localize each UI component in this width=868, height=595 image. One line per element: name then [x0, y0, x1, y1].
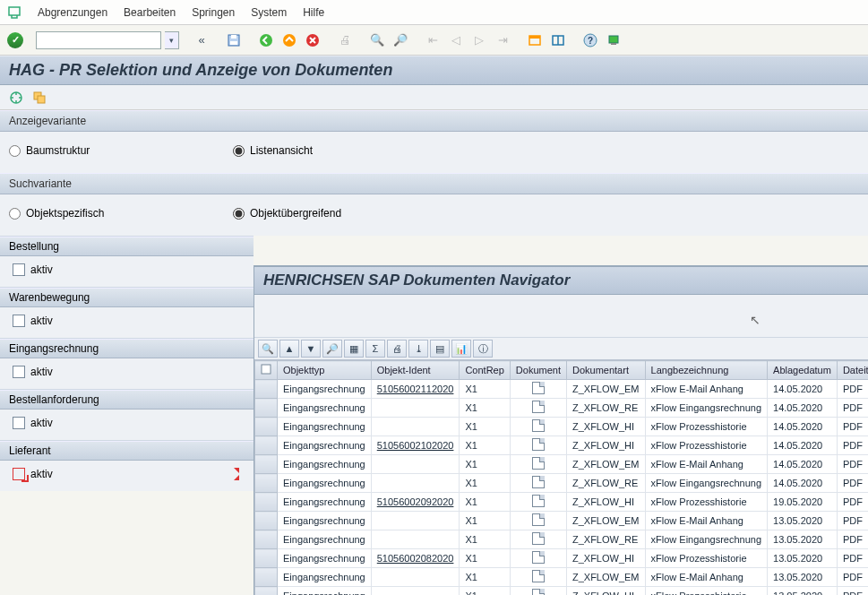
lieferant-aktiv-label: aktiv [30, 468, 53, 480]
svg-point-4 [260, 34, 272, 47]
menu-springen[interactable]: Springen [192, 6, 235, 19]
document-icon[interactable] [532, 457, 545, 470]
document-icon[interactable] [532, 495, 545, 507]
eingangsrechnung-header: Eingangsrechnung [0, 339, 254, 358]
grid-select-all[interactable] [255, 361, 278, 380]
document-icon[interactable] [532, 532, 545, 545]
warenbewegung-aktiv-checkbox[interactable] [13, 315, 25, 327]
col-dokumentart[interactable]: Dokumentart [566, 361, 645, 380]
col-objekt-ident[interactable]: Objekt-Ident [371, 361, 460, 380]
document-icon[interactable] [532, 476, 545, 488]
col-ablagedatum[interactable]: Ablagedatum [768, 361, 838, 380]
app-toolbar [0, 85, 868, 110]
document-icon[interactable] [532, 419, 545, 432]
document-icon[interactable] [532, 589, 545, 595]
lieferant-aktiv-checkbox[interactable] [13, 468, 25, 480]
nav-details-icon[interactable]: 🔍 [258, 340, 278, 358]
svg-rect-18 [262, 365, 271, 374]
lieferant-header: Lieferant [0, 441, 254, 461]
table-row[interactable]: Eingangsrechnung51056002102020X1Z_XFLOW_… [255, 436, 869, 455]
cancel-red-icon[interactable] [303, 30, 322, 50]
svg-rect-0 [9, 7, 20, 15]
menu-hilfe[interactable]: Hilfe [303, 6, 324, 19]
navigator-toolbar: 🔍 ▲ ▼ 🔎 ▦ Σ 🖨 ⤓ ▤ 📊 ⓘ [254, 338, 868, 360]
menu-bar: Abgrenzungen Bearbeiten Springen System … [0, 0, 868, 25]
radio-baumstruktur-input[interactable] [9, 145, 21, 157]
back-icon[interactable]: « [192, 30, 211, 50]
col-dateityp[interactable]: Dateityp [837, 361, 868, 380]
table-row[interactable]: EingangsrechnungX1Z_XFLOW_RExFlow Eingan… [255, 474, 869, 493]
table-row[interactable]: EingangsrechnungX1Z_XFLOW_EMxFlow E-Mail… [255, 455, 869, 474]
bestellung-aktiv-label: aktiv [30, 263, 53, 276]
execute-icon[interactable] [7, 89, 25, 107]
back-green-icon[interactable] [256, 30, 276, 50]
find-next-icon: 🔎 [391, 30, 410, 50]
prev-page-icon: ◁ [446, 30, 466, 50]
new-session-icon[interactable] [525, 30, 545, 50]
command-dropdown[interactable]: ▾ [165, 31, 179, 49]
customize-icon[interactable] [604, 30, 623, 50]
menu-bearbeiten[interactable]: Bearbeiten [124, 6, 176, 19]
nav-info-icon[interactable]: ⓘ [473, 340, 493, 358]
nav-graphic-icon[interactable]: 📊 [451, 340, 471, 358]
nav-layout-icon[interactable]: ▤ [430, 340, 450, 358]
nav-sum-icon[interactable]: Σ [365, 340, 385, 358]
eingangsrechnung-aktiv-checkbox[interactable] [13, 366, 25, 378]
svg-rect-3 [230, 41, 237, 45]
radio-objektspezifisch-input[interactable] [9, 208, 21, 220]
radio-baumstruktur[interactable]: Baumstruktur [9, 144, 206, 157]
bestellung-aktiv-checkbox[interactable] [13, 263, 25, 276]
nav-print-icon[interactable]: 🖨 [387, 340, 407, 358]
layout-icon[interactable] [548, 30, 568, 50]
save-icon[interactable] [224, 30, 244, 50]
menu-abgrenzungen[interactable]: Abgrenzungen [38, 6, 107, 19]
next-page-icon: ▷ [469, 30, 489, 50]
document-icon[interactable] [532, 401, 545, 413]
table-row[interactable]: EingangsrechnungX1Z_XFLOW_EMxFlow E-Mail… [255, 568, 869, 587]
nav-find-icon[interactable]: 🔎 [322, 340, 342, 358]
radio-objektuebergreifend[interactable]: Objektübergreifend [233, 207, 430, 220]
table-row[interactable]: EingangsrechnungX1Z_XFLOW_RExFlow Eingan… [255, 399, 869, 418]
nav-sort-desc-icon[interactable]: ▼ [301, 340, 321, 358]
col-langbezeichnung[interactable]: Langbezeichnung [645, 361, 768, 380]
warenbewegung-header: Warenbewegung [0, 288, 254, 307]
col-contrep[interactable]: ContRep [460, 361, 510, 380]
bestellanforderung-header: Bestellanforderung [0, 390, 254, 410]
suchvariante-header: Suchvariante [0, 173, 868, 194]
help-icon[interactable]: ? [580, 30, 600, 50]
nav-sort-asc-icon[interactable]: ▲ [279, 340, 299, 358]
nav-filter-icon[interactable]: ▦ [344, 340, 364, 358]
table-row[interactable]: EingangsrechnungX1Z_XFLOW_RExFlow Eingan… [255, 530, 869, 549]
radio-objektspezifisch[interactable]: Objektspezifisch [9, 207, 206, 220]
document-icon[interactable] [532, 382, 545, 394]
nav-export-icon[interactable]: ⤓ [408, 340, 428, 358]
variants-icon[interactable] [30, 89, 48, 107]
radio-listenansicht-input[interactable] [233, 145, 245, 157]
bestellanforderung-aktiv-checkbox[interactable] [13, 417, 25, 429]
command-field[interactable] [36, 31, 161, 49]
table-row[interactable]: Eingangsrechnung51056002112020X1Z_XFLOW_… [255, 380, 869, 399]
radio-objektuebergreifend-label: Objektübergreifend [250, 207, 341, 220]
radio-objektuebergreifend-input[interactable] [233, 208, 245, 220]
table-row[interactable]: EingangsrechnungX1Z_XFLOW_EMxFlow E-Mail… [255, 512, 869, 530]
table-row[interactable]: Eingangsrechnung51056002092020X1Z_XFLOW_… [255, 493, 869, 512]
navigator-grid[interactable]: Objekttyp Objekt-Ident ContRep Dokument … [254, 360, 868, 595]
col-objekttyp[interactable]: Objekttyp [278, 361, 372, 380]
radio-listenansicht[interactable]: Listenansicht [233, 144, 430, 157]
enter-button[interactable]: ✓ [7, 32, 23, 48]
bestellanforderung-aktiv-label: aktiv [30, 417, 53, 429]
document-icon[interactable] [532, 551, 545, 564]
menu-system[interactable]: System [251, 6, 287, 19]
document-icon[interactable] [532, 513, 545, 526]
col-dokument[interactable]: Dokument [510, 361, 566, 380]
svg-text:?: ? [588, 36, 593, 46]
document-icon[interactable] [532, 570, 545, 582]
up-orange-icon[interactable] [279, 30, 299, 50]
table-row[interactable]: EingangsrechnungX1Z_XFLOW_HIxFlow Prozes… [255, 418, 869, 436]
lieferant-required-icon [227, 468, 239, 480]
document-icon[interactable] [532, 438, 545, 451]
table-row[interactable]: Eingangsrechnung51056002082020X1Z_XFLOW_… [255, 549, 869, 568]
table-row[interactable]: EingangsrechnungX1Z_XFLOW_HIxFlow Prozes… [255, 587, 869, 596]
app-menu-icon[interactable] [7, 5, 21, 20]
cursor-icon: ↖ [750, 313, 761, 327]
